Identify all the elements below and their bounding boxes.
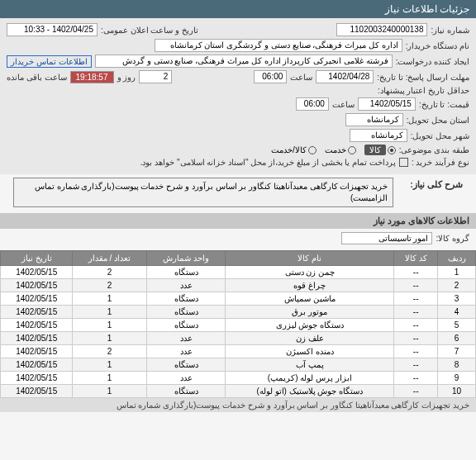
table-row[interactable]: 7--دمنده اکسیژنعدد21402/05/15: [1, 345, 476, 358]
cell-unit: عدد: [146, 279, 226, 292]
th-qty: تعداد / مقدار: [73, 251, 146, 266]
table-header-row: ردیف کد کالا نام کالا واحد شمارش تعداد /…: [1, 251, 476, 266]
th-idx: ردیف: [438, 251, 476, 266]
ship-city-label: شهر محل تحویل:: [411, 131, 469, 140]
classify-opt-0-label: کالا: [364, 145, 386, 155]
cell-qty: 1: [73, 319, 146, 332]
cell-date: 1402/05/15: [1, 385, 73, 398]
days-label: روز و: [117, 73, 136, 82]
cell-code: --: [394, 332, 438, 345]
table-row[interactable]: 6--علف زنعدد11402/05/15: [1, 332, 476, 345]
cell-name: دستگاه جوش لیزری: [226, 319, 394, 332]
cell-idx: 5: [438, 319, 476, 332]
cell-qty: 1: [73, 306, 146, 319]
ship-city: کرمانشاه: [350, 129, 407, 142]
cell-qty: 2: [73, 266, 146, 279]
buyer-label: نام دستگاه خریدار:: [406, 41, 469, 50]
cell-name: چمن زن دستی: [226, 266, 394, 279]
need-no-value: 1102003240000138: [336, 23, 427, 36]
cell-qty: 1: [73, 372, 146, 385]
table-row[interactable]: 2--چراغ قوهعدد21402/05/15: [1, 279, 476, 292]
cell-idx: 6: [438, 332, 476, 345]
cell-date: 1402/05/15: [1, 266, 73, 279]
cell-name: علف زن: [226, 332, 394, 345]
form-panel: شماره نیاز: 1102003240000138 تاریخ و ساع…: [0, 18, 476, 174]
cell-date: 1402/05/15: [1, 279, 73, 292]
cell-idx: 8: [438, 358, 476, 372]
th-name: نام کالا: [226, 251, 394, 266]
items-table: ردیف کد کالا نام کالا واحد شمارش تعداد /…: [0, 250, 476, 398]
creator-value: فرشته غلامی انجیرکی کارپرداز اداره کل می…: [95, 55, 393, 68]
cell-date: 1402/05/15: [1, 358, 73, 372]
th-unit: واحد شمارش: [146, 251, 226, 266]
min-credit-date: 1402/04/28: [316, 70, 374, 83]
table-row[interactable]: 4--موتور برقدستگاه11402/05/15: [1, 306, 476, 319]
contact-link[interactable]: اطلاعات تماس خریدار: [7, 55, 92, 68]
purchase-type-label: نوع فرآیند خرید :: [412, 158, 469, 167]
cell-code: --: [394, 292, 438, 306]
cell-code: --: [394, 319, 438, 332]
cell-date: 1402/05/15: [1, 319, 73, 332]
cell-code: --: [394, 266, 438, 279]
cell-idx: 2: [438, 279, 476, 292]
table-row[interactable]: 10--دستگاه جوش پلاستیک (اتو لوله)دستگاه1…: [1, 385, 476, 398]
cell-unit: عدد: [146, 345, 226, 358]
cell-qty: 2: [73, 279, 146, 292]
cell-qty: 2: [73, 345, 146, 358]
table-row[interactable]: 1--چمن زن دستیدستگاه21402/05/15: [1, 266, 476, 279]
cell-date: 1402/05/15: [1, 306, 73, 319]
cell-name: موتور برق: [226, 306, 394, 319]
table-row[interactable]: 3--ماشین سمپاشدستگاه11402/05/15: [1, 292, 476, 306]
desc-text: خرید تجهیزات کارگاهی معبدآناهیتا کنگاور …: [13, 178, 393, 207]
purchase-checkbox[interactable]: [399, 158, 408, 167]
cell-qty: 1: [73, 358, 146, 372]
classify-opt-2[interactable]: کالا/خدمت: [271, 145, 317, 155]
table-row[interactable]: 8--پمپ آبدستگاه11402/05/15: [1, 358, 476, 372]
table-row[interactable]: 9--ابزار پرس لوله (کریمپ)عدد11402/05/15: [1, 372, 476, 385]
time-label-1: ساعت: [290, 73, 312, 82]
announce-value: 1402/04/25 - 10:33: [7, 23, 98, 36]
remain-timer: 19:18:57: [70, 71, 114, 83]
radio-icon: [308, 146, 317, 154]
radio-icon: [348, 146, 356, 154]
announce-label: تاریخ و ساعت اعلان عمومی:: [101, 26, 198, 35]
cell-idx: 7: [438, 345, 476, 358]
min-credit-time: 06:00: [254, 70, 287, 83]
cell-code: --: [394, 306, 438, 319]
need-no-label: شماره نیاز:: [431, 26, 469, 35]
classify-opt-1[interactable]: خدمت: [325, 145, 356, 155]
valid-to-date: 1402/05/15: [358, 97, 416, 111]
cell-idx: 3: [438, 292, 476, 306]
ship-province-label: استان محل تحویل:: [407, 116, 469, 125]
th-code: کد کالا: [394, 251, 438, 266]
cell-date: 1402/05/15: [1, 372, 73, 385]
classify-opt-0[interactable]: کالا: [364, 145, 396, 155]
classify-label: طبقه بندی موضوعی:: [399, 145, 469, 154]
purchase-note: پرداخت تمام یا بخشی از مبلغ خرید،از محل …: [7, 158, 396, 167]
cell-name: دستگاه جوش پلاستیک (اتو لوله): [226, 385, 394, 398]
cell-unit: دستگاه: [146, 306, 226, 319]
valid-to-time: 06:00: [296, 97, 329, 111]
creator-label: ایجاد کننده درخواست:: [396, 57, 469, 66]
cell-unit: عدد: [146, 372, 226, 385]
cell-unit: دستگاه: [146, 292, 226, 306]
table-row[interactable]: 5--دستگاه جوش لیزریدستگاه11402/05/15: [1, 319, 476, 332]
cell-code: --: [394, 358, 438, 372]
time-label-2: ساعت: [332, 100, 355, 109]
th-date: تاریخ نیاز: [1, 251, 73, 266]
group-label: گروه کالا:: [436, 234, 469, 243]
cell-name: پمپ آب: [226, 358, 394, 372]
cell-code: --: [394, 385, 438, 398]
cell-date: 1402/05/15: [1, 292, 73, 306]
group-value: امور تاسیساتی: [341, 232, 432, 244]
cell-name: چراغ قوه: [226, 279, 394, 292]
cell-name: ماشین سمپاش: [226, 292, 394, 306]
items-header: اطلاعات کالاهای مورد نیاز: [0, 213, 476, 229]
cell-date: 1402/05/15: [1, 332, 73, 345]
remain-label: ساعت باقی مانده: [7, 73, 67, 82]
classify-opt-1-label: خدمت: [325, 145, 346, 154]
cell-name: ابزار پرس لوله (کریمپ): [226, 372, 394, 385]
cell-unit: عدد: [146, 332, 226, 345]
footer-desc: خرید تجهیزات کارگاهی معبدآناهیتا کنگاور …: [0, 398, 476, 412]
ship-province: کرمانشاه: [345, 113, 403, 126]
